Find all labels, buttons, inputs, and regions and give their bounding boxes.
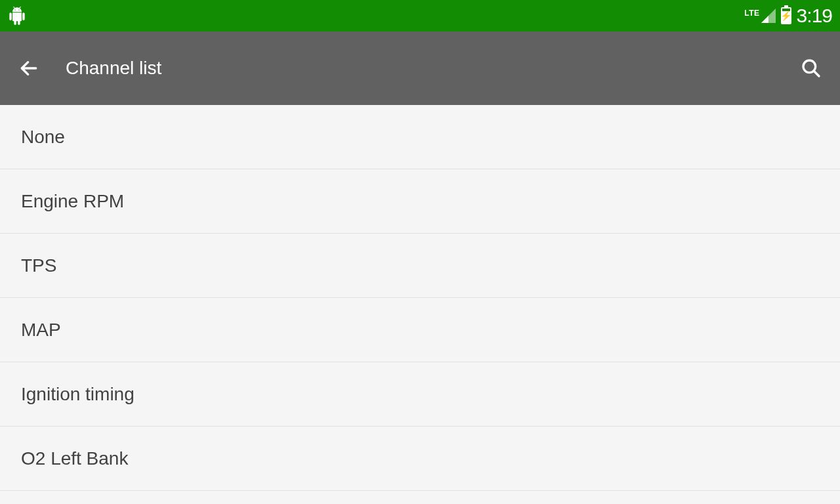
list-item[interactable]: Ignition timing (0, 362, 840, 427)
back-button[interactable] (16, 55, 42, 81)
list-item[interactable]: TPS (0, 234, 840, 298)
android-icon (8, 7, 26, 25)
signal-icon (761, 9, 776, 23)
list-item-label: O2 Left Bank (21, 448, 128, 469)
list-item[interactable]: None (0, 105, 840, 169)
app-bar: Channel list (0, 32, 840, 105)
page-title: Channel list (66, 58, 798, 79)
list-item-label: Engine RPM (21, 191, 124, 212)
back-arrow-icon (18, 58, 39, 79)
list-item-label: MAP (21, 320, 61, 341)
status-clock: 3:19 (797, 5, 832, 27)
list-item-label: None (21, 127, 65, 148)
status-left (8, 7, 26, 25)
battery-icon: ⚡ (781, 7, 791, 24)
list-item-label: Ignition timing (21, 384, 135, 405)
network-type-label: LTE (744, 9, 759, 18)
status-bar: LTE ⚡ 3:19 (0, 0, 840, 32)
list-item[interactable]: MAP (0, 298, 840, 362)
list-item[interactable]: Engine RPM (0, 169, 840, 234)
list-item[interactable]: O2 Left Bank (0, 427, 840, 491)
battery-charging-icon: ⚡ (780, 11, 791, 20)
svg-line-2 (814, 71, 819, 76)
channel-list: None Engine RPM TPS MAP Ignition timing … (0, 105, 840, 491)
search-icon (801, 58, 822, 79)
status-right: LTE ⚡ 3:19 (744, 5, 832, 27)
list-item-label: TPS (21, 255, 56, 276)
search-button[interactable] (798, 55, 824, 81)
